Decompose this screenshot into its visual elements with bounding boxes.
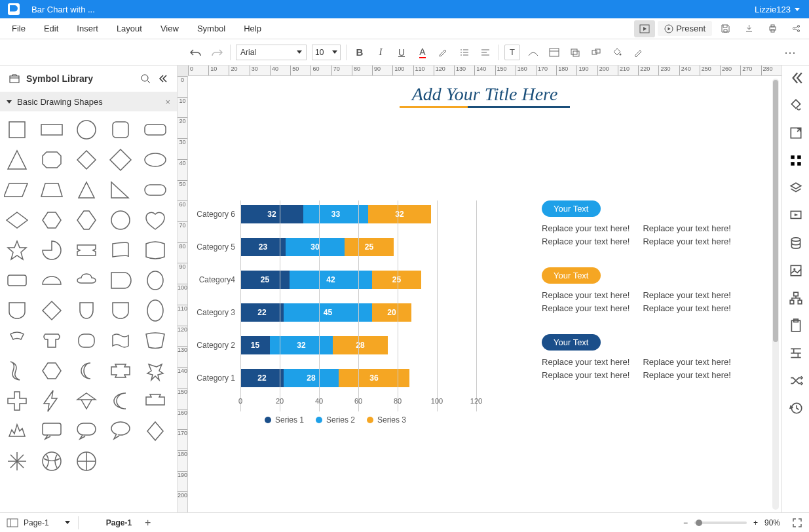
- shape-10[interactable]: [4, 177, 35, 203]
- layers-icon[interactable]: [789, 181, 803, 195]
- underline-icon[interactable]: U: [394, 45, 409, 60]
- menu-view[interactable]: View: [151, 20, 188, 37]
- list-icon[interactable]: [457, 45, 472, 60]
- shape-31[interactable]: [39, 297, 69, 324]
- shape-2[interactable]: [73, 117, 104, 143]
- canvas[interactable]: 0102030405060708090100110120130140150160…: [178, 66, 781, 512]
- present-button[interactable]: Present: [658, 21, 712, 36]
- grid-icon[interactable]: [789, 153, 803, 168]
- zoom-out-button[interactable]: −: [683, 518, 688, 527]
- shape-9[interactable]: [142, 147, 173, 173]
- shape-28[interactable]: [107, 267, 138, 294]
- redo-icon[interactable]: [209, 45, 225, 60]
- placeholder-text[interactable]: Replace your text here!: [643, 302, 730, 315]
- shape-41[interactable]: [39, 358, 69, 384]
- shape-23[interactable]: [107, 237, 138, 263]
- shape-1[interactable]: [39, 117, 69, 143]
- database-icon[interactable]: [789, 236, 803, 250]
- shape-34[interactable]: [142, 297, 173, 324]
- category-header[interactable]: Basic Drawing Shapes ×: [0, 92, 177, 111]
- shape-40[interactable]: [4, 358, 35, 384]
- shape-51[interactable]: [39, 418, 69, 444]
- undo-icon[interactable]: [188, 45, 204, 60]
- menu-insert[interactable]: Insert: [67, 20, 107, 37]
- shape-45[interactable]: [4, 388, 35, 414]
- shape-37[interactable]: [73, 328, 104, 354]
- placeholder-text[interactable]: Replace your text here!: [643, 222, 730, 235]
- bar-chart[interactable]: Category 6323332Category 5233025Category…: [188, 200, 483, 425]
- shape-22[interactable]: [73, 237, 104, 263]
- shape-43[interactable]: [107, 358, 138, 384]
- shape-0[interactable]: [4, 117, 35, 143]
- fullscreen-icon[interactable]: [792, 518, 802, 528]
- text-box-icon[interactable]: T: [504, 45, 520, 60]
- add-page-button[interactable]: +: [145, 517, 151, 529]
- text-badge[interactable]: Your Text: [542, 267, 601, 284]
- share-icon[interactable]: [785, 20, 806, 37]
- page-canvas[interactable]: Add Your Title Here Category 6323332Cate…: [188, 76, 781, 512]
- group-icon[interactable]: [588, 45, 604, 60]
- shape-38[interactable]: [107, 328, 138, 354]
- shape-8[interactable]: [107, 147, 138, 173]
- menu-edit[interactable]: Edit: [35, 20, 67, 37]
- shape-11[interactable]: [39, 177, 69, 203]
- download-icon[interactable]: [738, 20, 759, 37]
- menu-symbol[interactable]: Symbol: [188, 20, 235, 37]
- text-badge[interactable]: Your Text: [542, 334, 601, 351]
- shape-14[interactable]: [142, 177, 173, 203]
- layers-icon[interactable]: [567, 45, 583, 60]
- legend-item[interactable]: Series 3: [367, 415, 406, 425]
- fill-icon[interactable]: [609, 45, 625, 60]
- container-icon[interactable]: [546, 45, 562, 60]
- menu-help[interactable]: Help: [235, 20, 271, 37]
- menu-layout[interactable]: Layout: [107, 20, 151, 37]
- legend-item[interactable]: Series 1: [265, 415, 304, 425]
- history-icon[interactable]: [789, 401, 803, 415]
- shape-49[interactable]: [142, 388, 173, 414]
- shape-12[interactable]: [73, 177, 104, 203]
- shape-5[interactable]: [4, 147, 35, 173]
- shape-27[interactable]: [73, 267, 104, 294]
- slideshow-icon[interactable]: [789, 208, 803, 223]
- shape-42[interactable]: [73, 358, 104, 384]
- shape-26[interactable]: [39, 267, 69, 294]
- scrollbar-v[interactable]: [772, 79, 779, 510]
- placeholder-text[interactable]: Replace your text here!: [643, 356, 730, 369]
- shape-54[interactable]: [142, 418, 173, 444]
- placeholder-text[interactable]: Replace your text here!: [643, 235, 730, 248]
- shape-33[interactable]: [107, 297, 138, 324]
- page-tab[interactable]: Page-1: [106, 518, 132, 527]
- close-icon[interactable]: ×: [165, 97, 170, 107]
- text-badge[interactable]: Your Text: [542, 200, 601, 217]
- placeholder-text[interactable]: Replace your text here!: [643, 369, 730, 382]
- shape-7[interactable]: [73, 147, 104, 173]
- shape-6[interactable]: [39, 147, 69, 173]
- shape-29[interactable]: [142, 267, 173, 294]
- placeholder-text[interactable]: Replace your text here!: [542, 356, 630, 369]
- text-color-icon[interactable]: A: [415, 45, 430, 60]
- shape-52[interactable]: [73, 418, 104, 444]
- shape-4[interactable]: [142, 117, 173, 143]
- shape-13[interactable]: [107, 177, 138, 203]
- shape-20[interactable]: [4, 237, 35, 263]
- print-icon[interactable]: [762, 20, 783, 37]
- placeholder-text[interactable]: Replace your text here!: [643, 289, 730, 302]
- shape-53[interactable]: [107, 418, 138, 444]
- connector-icon[interactable]: [525, 45, 541, 60]
- shape-35[interactable]: [4, 328, 35, 354]
- placeholder-text[interactable]: Replace your text here!: [542, 222, 630, 235]
- shape-16[interactable]: [39, 207, 69, 233]
- shape-30[interactable]: [4, 297, 35, 324]
- highlight-icon[interactable]: [436, 45, 451, 60]
- collapse-icon[interactable]: [159, 74, 168, 83]
- shape-44[interactable]: [142, 358, 173, 384]
- shape-55[interactable]: [4, 448, 35, 474]
- shape-25[interactable]: [4, 267, 35, 294]
- menu-file[interactable]: File: [3, 20, 35, 37]
- shape-57[interactable]: [73, 448, 104, 474]
- shape-50[interactable]: [4, 418, 35, 444]
- shape-46[interactable]: [39, 388, 69, 414]
- shape-32[interactable]: [73, 297, 104, 324]
- shape-17[interactable]: [73, 207, 104, 233]
- zoom-in-button[interactable]: +: [753, 518, 758, 527]
